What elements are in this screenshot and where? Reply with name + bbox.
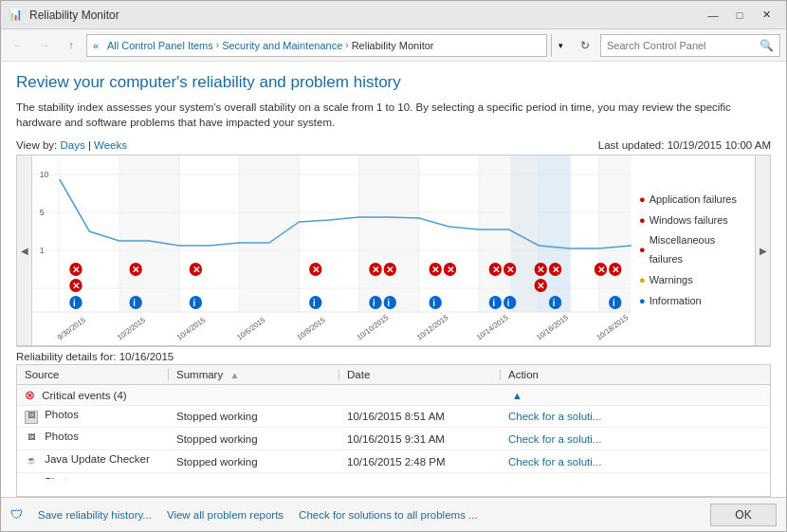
col-date[interactable]: Date (339, 365, 501, 385)
svg-point-58 (129, 296, 141, 309)
cell-action[interactable]: Check for a soluti... (501, 428, 770, 450)
svg-text:9/30/2015: 9/30/2015 (56, 316, 87, 342)
table-body: ⊗ Critical events (4) ▲ 🖼 (17, 385, 770, 480)
critical-group-collapse[interactable]: ▲ (501, 385, 770, 406)
cell-source: 🖼 Photos (17, 473, 169, 480)
back-button[interactable]: ← (7, 34, 29, 57)
col-source[interactable]: Source (17, 365, 169, 385)
breadcrumb-controlpanel-icon[interactable]: « (93, 40, 99, 51)
minimize-button[interactable]: — (701, 6, 725, 25)
col-action[interactable]: Action (501, 365, 770, 385)
svg-text:5: 5 (40, 208, 45, 217)
legend-item-info: ● Information (639, 292, 747, 311)
legend-item-miscfail: ● Miscellaneous failures (639, 231, 747, 269)
page-description: The stability index assesses your system… (16, 100, 771, 130)
svg-text:✕: ✕ (597, 265, 605, 275)
chart-scroll-left[interactable]: ◀ (17, 156, 32, 345)
table-row[interactable]: 🖼 Photos Stopped working 10/16/2015 3:53… (17, 473, 770, 480)
svg-text:✕: ✕ (72, 281, 80, 291)
save-history-link[interactable]: Save reliability history... (38, 509, 152, 521)
view-reports-link[interactable]: View all problem reports (167, 509, 284, 521)
cell-action[interactable]: Check for a soluti... (501, 473, 770, 480)
svg-text:10/14/2015: 10/14/2015 (475, 313, 510, 342)
critical-group-header[interactable]: ⊗ Critical events (4) ▲ (17, 385, 770, 406)
cell-action[interactable]: Check for a soluti... (501, 450, 770, 473)
svg-text:i: i (192, 298, 195, 308)
svg-point-64 (369, 296, 381, 309)
svg-text:✕: ✕ (312, 265, 320, 275)
svg-text:✕: ✕ (537, 281, 544, 291)
svg-text:✕: ✕ (192, 265, 200, 275)
cell-source: ☕ Java Update Checker (17, 450, 169, 473)
titlebar: 📊 Reliability Monitor — □ ✕ (1, 1, 786, 29)
table-row[interactable]: 🖼 Photos Stopped working 10/16/2015 9:31… (17, 428, 770, 450)
chart-scroll-right[interactable]: ▶ (755, 156, 770, 345)
svg-point-76 (609, 296, 621, 309)
breadcrumb-security[interactable]: Security and Maintenance (222, 40, 342, 51)
svg-rect-20 (239, 156, 299, 312)
cell-date: 10/16/2015 2:48 PM (339, 450, 501, 473)
breadcrumb-sep1 (101, 40, 104, 50)
window-title: Reliability Monitor (29, 9, 701, 22)
critical-group-label[interactable]: ⊗ Critical events (4) (17, 385, 501, 406)
breadcrumb-allitems[interactable]: All Control Panel Items (107, 40, 213, 51)
cell-date: 10/16/2015 8:51 AM (339, 406, 501, 428)
search-input[interactable] (607, 40, 760, 51)
cell-source: 🖼 Photos (17, 406, 169, 428)
svg-text:10/2/2015: 10/2/2015 (116, 316, 147, 342)
statusbar-icon: 🛡 (10, 507, 23, 522)
window-icon: 📊 (9, 8, 24, 23)
cell-summary: Stopped working (169, 406, 339, 428)
table-row[interactable]: 🖼 Photos Stopped working 10/16/2015 8:51… (17, 406, 770, 428)
view-by: View by: Days | Weeks (16, 139, 127, 151)
navbar: ← → ↑ « All Control Panel Items › Securi… (1, 29, 786, 62)
table-row[interactable]: ☕ Java Update Checker Stopped working 10… (17, 450, 770, 473)
breadcrumb: « All Control Panel Items › Security and… (93, 40, 433, 51)
up-button[interactable]: ↑ (60, 34, 82, 57)
svg-point-72 (503, 296, 516, 309)
ok-button[interactable]: OK (710, 504, 777, 526)
chart-header: View by: Days | Weeks Last updated: 10/1… (16, 139, 771, 151)
close-button[interactable]: ✕ (754, 6, 778, 25)
svg-text:✕: ✕ (431, 265, 439, 275)
svg-text:✕: ✕ (447, 265, 454, 275)
view-days-link[interactable]: Days (60, 139, 84, 151)
cell-action[interactable]: Check for a soluti... (501, 406, 770, 428)
statusbar: 🛡 Save reliability history... View all p… (1, 497, 786, 531)
reliability-chart: 10 5 1 (32, 156, 631, 345)
svg-text:i: i (313, 298, 316, 308)
svg-text:i: i (507, 298, 510, 308)
view-weeks-link[interactable]: Weeks (94, 139, 127, 151)
svg-point-62 (309, 296, 321, 309)
cell-summary: Stopped working (169, 428, 339, 450)
address-bar: « All Control Panel Items › Security and… (86, 34, 547, 57)
address-dropdown[interactable]: ▾ (551, 34, 570, 57)
svg-point-74 (549, 296, 561, 309)
refresh-button[interactable]: ↻ (574, 34, 596, 57)
svg-text:i: i (133, 298, 136, 308)
legend-item-winfail: ● Windows failures (639, 211, 747, 230)
search-icon: 🔍 (760, 39, 774, 52)
svg-rect-21 (359, 156, 419, 312)
svg-text:✕: ✕ (537, 265, 544, 275)
check-solutions-link[interactable]: Check for solutions to all problems ... (299, 509, 478, 521)
svg-point-70 (489, 296, 502, 309)
svg-text:i: i (613, 298, 615, 308)
legend-item-appfail: ● Application failures (639, 191, 747, 210)
svg-text:10/10/2015: 10/10/2015 (356, 313, 391, 342)
page-title: Review your computer's reliability and p… (16, 73, 771, 92)
svg-text:✕: ✕ (612, 265, 619, 275)
titlebar-controls: — □ ✕ (701, 6, 778, 25)
col-summary[interactable]: Summary ▲ (169, 365, 339, 385)
details-section: Reliability details for: 10/16/2015 Sour… (16, 346, 771, 497)
cell-source: 🖼 Photos (17, 428, 169, 450)
forward-button[interactable]: → (33, 34, 56, 57)
breadcrumb-sep2: › (216, 40, 219, 50)
maximize-button[interactable]: □ (727, 6, 752, 25)
svg-point-60 (190, 296, 202, 309)
details-header: Reliability details for: 10/16/2015 (16, 347, 771, 364)
chart-container: ◀ 10 5 1 (16, 155, 771, 346)
table-scroll[interactable]: Source Summary ▲ Date Action ⊗ (17, 365, 770, 479)
svg-text:10/16/2015: 10/16/2015 (535, 313, 570, 342)
svg-point-66 (384, 296, 396, 309)
